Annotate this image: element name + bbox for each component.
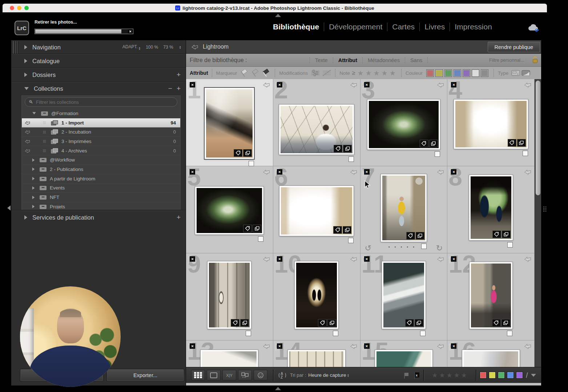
toolbar-color-swatch-1[interactable] <box>480 372 487 379</box>
keyword-badge-icon[interactable] <box>406 232 415 240</box>
thumbnail-checkbox[interactable] <box>258 236 263 242</box>
module-tab-2[interactable]: Développement <box>324 23 387 31</box>
section-dossiers[interactable]: Dossiers + <box>11 69 186 81</box>
tree-arrow-icon[interactable] <box>32 158 35 162</box>
cell-arrow-icon[interactable] <box>437 343 444 349</box>
keyword-badge-icon[interactable] <box>333 226 342 234</box>
rejected-flag-icon[interactable]: ✕ <box>190 343 195 349</box>
cell-arrow-icon[interactable] <box>524 82 531 87</box>
section-navigation[interactable]: Navigation ADAPT.▲▼ 100 % 73 % ▲▼ <box>11 41 186 53</box>
rejected-flag-icon[interactable]: ✕ <box>364 256 370 262</box>
cancel-progress-icon[interactable]: ✕ <box>128 29 133 33</box>
photo-cell-7[interactable]: 7✕•••••↺↻ <box>360 166 448 253</box>
filter-preset-dropdown[interactable]: Filtre personnal... ▲▼ <box>489 58 527 63</box>
collapse-left-panel-arrow-icon[interactable] <box>7 205 11 211</box>
photo-thumbnail[interactable] <box>288 350 345 367</box>
rejected-flag-icon[interactable]: ✕ <box>190 169 195 175</box>
scrollbar-thumb[interactable] <box>536 81 540 195</box>
photo-cell-6[interactable]: 6✕ <box>273 166 360 253</box>
reveal-top-panel-arrow-icon[interactable] <box>275 14 281 17</box>
star-icon[interactable]: ★ <box>439 372 446 379</box>
rejected-flag-icon[interactable]: ✕ <box>451 82 456 87</box>
photo-thumbnail[interactable] <box>375 350 432 367</box>
color-filter-swatch-6[interactable] <box>472 69 479 77</box>
photo-cell-15[interactable]: 15✕ <box>360 340 448 367</box>
collection-badge-icon[interactable] <box>501 319 510 327</box>
collection-row-nft[interactable]: NFT <box>22 193 180 202</box>
rating-dots[interactable]: ••••• <box>381 245 427 249</box>
reveal-bottom-panel-arrow-icon[interactable] <box>275 387 281 390</box>
section-collections[interactable]: Collections −+ <box>11 82 186 95</box>
toolbar-color-swatch-3[interactable] <box>498 372 505 379</box>
photo-thumbnail[interactable] <box>462 350 520 367</box>
keyword-badge-icon[interactable] <box>243 225 252 232</box>
cloud-sync-icon[interactable]: ⟳ <box>527 23 540 33</box>
stepper-icon[interactable]: ▲▼ <box>138 46 141 50</box>
rejected-flag-icon[interactable]: ✕ <box>277 343 282 349</box>
thumbnail-checkbox[interactable] <box>507 242 513 248</box>
filter-tab-sans[interactable]: Sans <box>405 57 428 63</box>
survey-view-button[interactable] <box>238 370 252 380</box>
photo-thumbnail[interactable] <box>201 350 258 367</box>
toolbar-options-dropdown-icon[interactable] <box>531 374 536 377</box>
collection-badge-icon[interactable] <box>240 319 249 327</box>
flag-rejected-icon[interactable]: ✕ <box>262 69 271 77</box>
people-view-button[interactable] <box>254 370 267 380</box>
close-button[interactable] <box>10 6 14 10</box>
photo-thumbnail[interactable] <box>295 261 338 329</box>
cell-arrow-icon[interactable] <box>437 256 444 262</box>
photo-thumbnail[interactable] <box>469 175 513 240</box>
collection-badge-icon[interactable] <box>415 319 423 327</box>
sort-by-value[interactable]: Heure de capture <box>308 372 346 378</box>
pick-flag-icon[interactable] <box>403 372 410 379</box>
zoom-controls[interactable]: ADAPT.▲▼ 100 % 73 % ▲▼ <box>122 44 181 50</box>
photo-cell-2[interactable]: 2✕ <box>273 79 360 166</box>
color-filter-swatch-4[interactable] <box>454 69 461 77</box>
photo-cell-11[interactable]: 11✕ <box>360 253 448 340</box>
photo-thumbnail[interactable] <box>367 99 440 150</box>
cell-arrow-icon[interactable] <box>437 169 444 175</box>
keyword-badge-icon[interactable] <box>492 230 501 238</box>
collection-row-3-imprim-es[interactable]: 3 - Imprimées0 <box>22 137 180 146</box>
tree-arrow-icon[interactable] <box>32 205 35 208</box>
rotate-right-icon[interactable]: ↻ <box>436 244 443 253</box>
collection-row-2-publications[interactable]: 2 - Publications <box>22 165 180 174</box>
photo-thumbnail[interactable] <box>279 186 354 236</box>
sort-direction-icon[interactable]: AZ <box>278 371 287 380</box>
tree-arrow-icon[interactable] <box>32 177 35 180</box>
rating-operator[interactable]: ≥ <box>352 70 355 76</box>
grid-view-button[interactable] <box>191 370 205 380</box>
toolbar-color-swatch-4[interactable] <box>507 372 514 379</box>
collection-badge-icon[interactable] <box>243 149 252 157</box>
toolbar-rating-stars[interactable]: ★★★★★ <box>432 371 468 379</box>
keyword-badge-icon[interactable] <box>508 139 516 147</box>
tree-arrow-icon[interactable] <box>32 196 35 199</box>
module-tab-4[interactable]: Livres <box>420 23 450 31</box>
export-button[interactable]: Exporter... <box>106 369 184 381</box>
publish-button[interactable]: Rendre publique <box>488 42 540 52</box>
edited-icon[interactable] <box>311 69 320 77</box>
thumbnail-checkbox[interactable] <box>249 161 254 166</box>
tree-arrow-icon[interactable] <box>32 112 36 114</box>
star-icon[interactable]: ★ <box>390 69 398 77</box>
minimize-button[interactable] <box>17 6 21 10</box>
color-filter-swatch-5[interactable] <box>463 69 470 77</box>
color-filter-swatch-7[interactable] <box>481 69 488 77</box>
thumbnail-checkbox[interactable] <box>523 151 528 156</box>
photo-cell-1[interactable]: 1✕ <box>186 79 273 166</box>
keyword-badge-icon[interactable] <box>318 319 327 327</box>
collection-row--workflow[interactable]: @Workflow <box>22 155 180 165</box>
collection-badge-icon[interactable] <box>517 139 526 147</box>
star-icon[interactable]: ★ <box>454 372 461 379</box>
remove-collection-button[interactable]: − <box>168 85 172 93</box>
color-filter-swatch-3[interactable] <box>444 69 452 77</box>
photo-cell-13[interactable]: 13✕ <box>186 340 273 367</box>
rejected-flag-icon[interactable]: ✕ <box>277 82 282 87</box>
photo-cell-9[interactable]: 9✕ <box>186 253 273 340</box>
zoom-button[interactable] <box>24 6 29 10</box>
rejected-flag-icon[interactable]: ✕ <box>451 169 456 175</box>
collection-row-a-partir-de-lightroom[interactable]: A partir de Lightroom <box>22 174 180 184</box>
type-virtual-copy-icon[interactable] <box>521 70 530 76</box>
keyword-badge-icon[interactable] <box>492 319 501 327</box>
thumbnail-checkbox[interactable] <box>507 331 512 336</box>
